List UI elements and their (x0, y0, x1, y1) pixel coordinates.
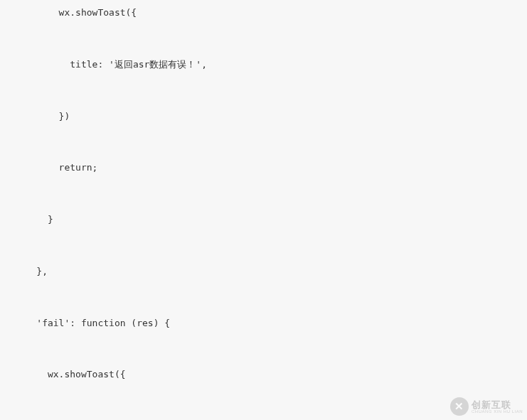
code-line: }, (14, 259, 527, 284)
code-line: return; (14, 155, 527, 181)
code-line: wx.showToast({ (14, 0, 527, 26)
code-line: } (14, 207, 527, 232)
code-block: wx.showToast({ title: '返回asr数据有误！', }) r… (0, 0, 527, 420)
code-line: title: '返回asr数据有误！', (14, 52, 527, 77)
watermark-text: 创新互联 CHUANG XIN HU LIAN (472, 400, 523, 414)
watermark-icon: ✕ (450, 397, 469, 416)
code-line: 'fail': function (res) { (14, 311, 527, 336)
watermark-main: 创新互联 (472, 400, 523, 409)
watermark: ✕ 创新互联 CHUANG XIN HU LIAN (450, 397, 523, 416)
watermark-sub: CHUANG XIN HU LIAN (472, 409, 523, 414)
code-line: wx.showToast({ (14, 362, 527, 387)
code-line: }) (14, 104, 527, 129)
